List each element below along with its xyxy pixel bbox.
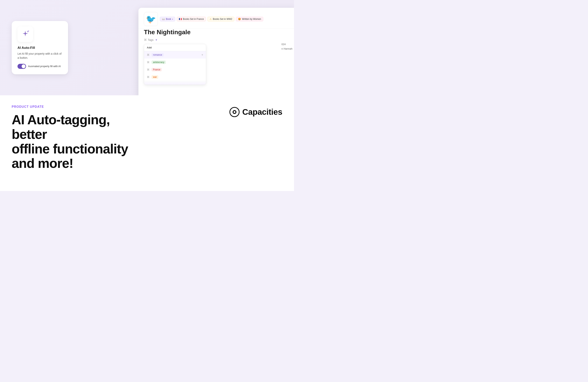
chevron-down-icon: ▾ xyxy=(172,18,173,20)
tag-item-war-left: ⌘ war xyxy=(147,75,158,79)
sparkle-icon xyxy=(20,29,30,39)
ai-card-title: AI Auto-Fill xyxy=(18,46,62,50)
tag-badge-romance: romance xyxy=(151,53,164,57)
tag-badge-france: France xyxy=(151,68,162,71)
capacities-logo: Capacities xyxy=(230,107,282,117)
breadcrumb-ww2[interactable]: ⚠ Books Set in WW2 xyxy=(208,17,234,21)
tag-badge-aristocracy: aristocracy xyxy=(151,61,166,64)
main-headline: AI Auto-tagging, better offline function… xyxy=(12,112,148,170)
warning-icon: ⚠ xyxy=(210,18,212,21)
breadcrumb-women[interactable]: 🤩 Written by Women xyxy=(236,17,263,21)
date-field: 024 xyxy=(282,43,293,46)
bottom-right: Capacities xyxy=(230,105,282,117)
tag-item-aristocracy-left: ⌘ aristocracy xyxy=(147,61,166,64)
women-emoji-icon: 🤩 xyxy=(238,18,241,21)
breadcrumb-book-label: Book xyxy=(166,18,171,21)
tag-icon-france: ⌘ xyxy=(147,68,149,71)
breadcrumb-france[interactable]: 🇫🇷 Books Set in France xyxy=(177,17,206,21)
toggle-row: Auomated property fill with AI xyxy=(18,64,62,69)
capacities-name: Capacities xyxy=(242,107,282,117)
side-info: 024 n Hannah xyxy=(282,43,293,52)
book-icon-small: 📖 xyxy=(162,18,165,21)
bottom-section: PRODUCT UPDATE AI Auto-tagging, better o… xyxy=(0,95,294,191)
tags-label: ⌘ Tags xyxy=(144,38,154,42)
card-icon-container xyxy=(18,26,33,42)
headline-line2: offline functionality and more! xyxy=(12,141,128,171)
headline-line1: AI Auto-tagging, better xyxy=(12,112,110,142)
product-update-label: PRODUCT UPDATE xyxy=(12,105,230,108)
tag-icon-war: ⌘ xyxy=(147,75,149,79)
tags-text: Tags xyxy=(148,38,154,42)
ai-autofill-card: AI Auto-Fill Let AI fill your property w… xyxy=(12,21,68,74)
tag-icon-aristocracy: ⌘ xyxy=(147,61,149,64)
breadcrumb-france-label: Books Set in France xyxy=(183,18,204,21)
toggle-label: Auomated property fill with AI xyxy=(28,65,61,68)
france-flag-icon: 🇫🇷 xyxy=(179,18,182,21)
bottom-left: PRODUCT UPDATE AI Auto-tagging, better o… xyxy=(12,105,230,170)
author-field: n Hannah xyxy=(282,47,293,50)
svg-point-3 xyxy=(233,111,235,113)
ai-card-description: Let AI fill your property with a click o… xyxy=(18,52,62,60)
tags-section: ⌘ Tags ✦ xyxy=(138,38,294,42)
notion-panel: 🐦 📖 Book ▾ 🇫🇷 Books Set in France ⚠ Book… xyxy=(138,8,294,95)
plus-icon-romance[interactable]: + xyxy=(201,53,203,57)
breadcrumb-ww2-label: Books Set in WW2 xyxy=(213,18,232,21)
svg-point-0 xyxy=(28,31,29,31)
top-section: AI Auto-Fill Let AI fill your property w… xyxy=(0,0,294,95)
dropdown-header: Add xyxy=(144,44,206,51)
tag-dropdown: Add ⌘ romance + ⌘ aristocracy ⌘ France xyxy=(144,44,206,85)
tag-item-war[interactable]: ⌘ war xyxy=(144,73,206,81)
ai-sparkle-icon[interactable]: ✦ xyxy=(155,38,158,42)
ai-toggle[interactable] xyxy=(18,64,26,69)
book-emoji: 🐦 xyxy=(144,12,158,26)
tag-badge-war: war xyxy=(151,75,158,79)
tag-icon-label: ⌘ xyxy=(144,38,147,42)
tag-icon-romance: ⌘ xyxy=(147,53,149,56)
tag-item-romance-left: ⌘ romance xyxy=(147,53,164,57)
breadcrumb-book[interactable]: 📖 Book ▾ xyxy=(160,17,175,21)
tag-item-france-left: ⌘ France xyxy=(147,68,162,71)
breadcrumb-women-label: Written by Women xyxy=(242,18,261,21)
tag-item-romance[interactable]: ⌘ romance + xyxy=(144,51,206,59)
tag-item-aristocracy[interactable]: ⌘ aristocracy xyxy=(144,59,206,66)
tag-item-france[interactable]: ⌘ France xyxy=(144,66,206,73)
capacities-icon xyxy=(230,107,240,117)
book-title: The Nightingale xyxy=(138,29,294,36)
